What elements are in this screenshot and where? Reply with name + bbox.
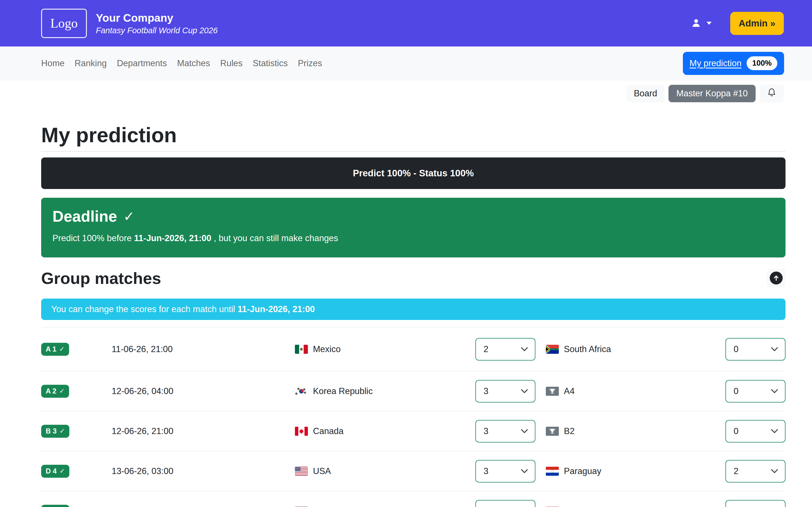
check-icon: ✓: [59, 345, 64, 353]
site-tagline: Fantasy Football World Cup 2026: [96, 26, 218, 35]
match-number-badge: A 1 ✓: [41, 343, 69, 356]
nav-link[interactable]: Matches: [177, 58, 210, 68]
home-team: Korea Republic: [295, 386, 475, 396]
match-date: 13-06-26, 03:00: [112, 466, 295, 476]
deadline-text: Predict 100% before 11-Jun-2026, 21:00 ,…: [52, 233, 774, 243]
page-title: My prediction: [41, 124, 785, 147]
chevron-down-icon: [521, 429, 528, 434]
placeholder-flag-icon: [546, 427, 559, 436]
home-team: USA: [295, 466, 475, 476]
chevron-down-icon: [521, 469, 528, 473]
header-titles: Your Company Fantasy Football World Cup …: [96, 11, 218, 36]
away-team-name: Paraguay: [564, 466, 601, 476]
nav-link[interactable]: Ranking: [75, 58, 107, 68]
logo-text: Logo: [50, 16, 78, 31]
away-team-name: A4: [564, 386, 574, 396]
chevron-down-icon: [521, 347, 528, 351]
info-text: You can change the scores for each match…: [51, 304, 315, 314]
nav-link[interactable]: Rules: [220, 58, 243, 68]
away-score-select[interactable]: [725, 500, 785, 507]
chevron-down-icon: [771, 429, 778, 434]
check-icon: ✓: [123, 209, 135, 224]
notifications-button[interactable]: [760, 85, 784, 102]
caret-down-icon: [707, 22, 712, 25]
home-score-select[interactable]: 2: [475, 338, 536, 360]
user-menu[interactable]: [691, 17, 712, 29]
deadline-date: 11-Jun-2026, 21:00: [134, 233, 211, 243]
away-team-name: B2: [564, 426, 574, 436]
match-row: A 2 ✓ 12-06-26, 04:00 Korea Republic 3 A…: [41, 371, 785, 411]
match-row: B 5 ✓ 13-06-26, 21:00: [41, 491, 785, 507]
nav-link[interactable]: Statistics: [253, 58, 288, 68]
home-team-name: Korea Republic: [313, 386, 373, 396]
nav-link[interactable]: Home: [41, 58, 64, 68]
away-score-value: 0: [733, 426, 739, 436]
admin-button[interactable]: Admin »: [730, 12, 784, 35]
my-prediction-button[interactable]: My prediction 100%: [683, 52, 784, 75]
home-team-name: USA: [313, 466, 331, 476]
usa-flag-icon: [295, 467, 308, 476]
korea-flag-icon: [295, 387, 308, 396]
match-list: A 1 ✓ 11-06-26, 21:00 Mexico 2 South Afr…: [41, 327, 785, 507]
placeholder-flag-icon: [546, 387, 559, 396]
toolbar-row: Board Master Koppa #10: [0, 85, 812, 102]
away-score-select[interactable]: 0: [725, 338, 785, 360]
check-icon: ✓: [59, 467, 65, 475]
match-number-badge: A 2 ✓: [41, 385, 69, 398]
home-score-value: 2: [484, 344, 488, 354]
home-team: Canada: [295, 426, 475, 436]
group-matches-header: Group matches: [41, 269, 785, 287]
badge-label: A 2: [46, 387, 56, 395]
my-prediction-label: My prediction: [690, 58, 742, 68]
canada-flag-icon: [295, 427, 308, 436]
away-score-select[interactable]: 0: [725, 420, 785, 443]
deadline-panel: Deadline ✓ Predict 100% before 11-Jun-20…: [41, 198, 785, 258]
home-team-name: Canada: [313, 426, 344, 436]
away-team-name: South Africa: [564, 344, 611, 354]
away-team: South Africa: [546, 344, 725, 354]
home-score-value: 3: [484, 466, 488, 476]
nav-link[interactable]: Prizes: [298, 58, 322, 68]
home-score-select[interactable]: 3: [475, 420, 536, 443]
badge-label: B 3: [46, 427, 57, 435]
away-team: B2: [546, 426, 725, 436]
prediction-progress-badge: 100%: [747, 56, 777, 70]
prediction-status-bar: Predict 100% - Status 100%: [41, 158, 785, 189]
chevron-down-icon: [771, 469, 778, 473]
deadline-title: Deadline: [52, 207, 117, 225]
match-row: B 3 ✓ 12-06-26, 21:00 Canada 3 B2 0: [41, 411, 785, 451]
bell-icon: [767, 88, 776, 100]
scroll-top-button[interactable]: [767, 269, 785, 287]
paraguay-flag-icon: [546, 467, 559, 476]
check-icon: ✓: [59, 427, 65, 435]
main-content: My prediction Predict 100% - Status 100%…: [41, 124, 785, 507]
league-button[interactable]: Master Koppa #10: [668, 85, 756, 102]
status-text: Predict 100% - Status 100%: [353, 168, 474, 179]
away-team: A4: [546, 386, 725, 396]
home-score-select[interactable]: 3: [475, 380, 536, 402]
away-score-value: 2: [733, 466, 739, 476]
title-divider: [41, 151, 785, 152]
away-score-value: 0: [733, 386, 739, 396]
company-name: Your Company: [96, 11, 218, 25]
board-button[interactable]: Board: [626, 85, 665, 102]
home-score-select[interactable]: 3: [475, 460, 536, 483]
match-row: D 4 ✓ 13-06-26, 03:00 USA 3 Paraguay 2: [41, 451, 785, 491]
match-date: 11-06-26, 21:00: [112, 344, 295, 354]
home-score-select[interactable]: [475, 500, 536, 507]
trophy-icon: [549, 388, 556, 394]
arrow-up-circle-icon: [770, 272, 783, 284]
chevron-down-icon: [771, 347, 778, 351]
match-number-badge: B 3 ✓: [41, 425, 69, 438]
nav-link[interactable]: Departments: [117, 58, 167, 68]
trophy-icon: [549, 428, 556, 434]
match-row: A 1 ✓ 11-06-26, 21:00 Mexico 2 South Afr…: [41, 327, 785, 371]
match-date: 12-06-26, 21:00: [112, 426, 295, 436]
logo[interactable]: Logo: [41, 9, 87, 38]
away-score-select[interactable]: 0: [725, 380, 785, 402]
info-date: 11-Jun-2026, 21:00: [238, 304, 315, 314]
nav-links: HomeRankingDepartmentsMatchesRulesStatis…: [41, 58, 322, 68]
edit-deadline-info-bar: You can change the scores for each match…: [41, 298, 785, 320]
check-icon: ✓: [59, 387, 64, 395]
away-score-select[interactable]: 2: [725, 460, 785, 483]
